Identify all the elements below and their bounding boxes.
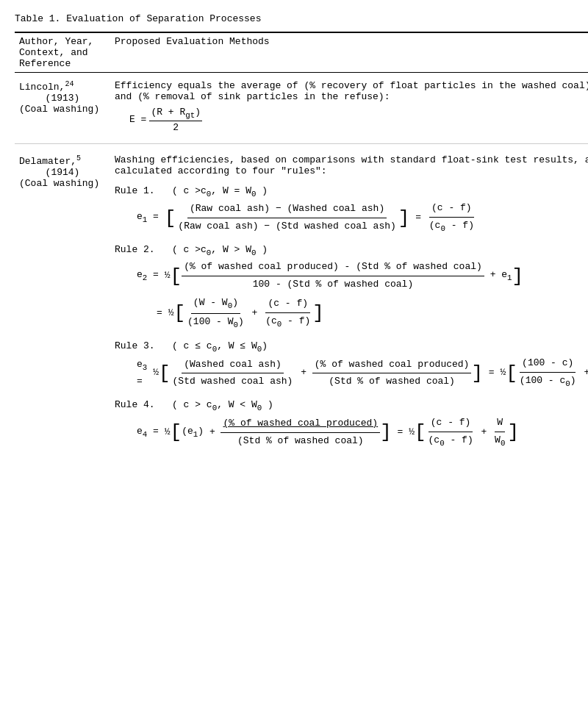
rule-2-section: Rule 2. ( c >c0, W > W0 ) e2 = ½ [ (% of… [115,244,588,332]
eq-label: e2 = [137,268,159,284]
eq-label: E = [129,114,146,125]
table-row: Delamater,5 (1914) (Coal washing) Washin… [15,143,588,459]
denominator: (c0 - f) [427,218,476,235]
rule-3-header: Rule 3. ( c ≤ c0, W ≤ W0) [115,340,588,354]
eq-equals: = [157,306,162,321]
denominator: 100 - (Std % of washed coal) [251,276,415,293]
numerator: (Washed coal ash) [182,357,284,374]
rule-1-eq: e1 = [ (Raw coal ash) − (Washed coal ash… [137,201,588,235]
rule-4-section: Rule 4. ( c > c0, W < W0 ) e4 = ½ [ (e1)… [115,399,588,449]
left-bracket: [ [506,364,517,383]
rule-2-eq-line2: = ½ [ (W - W0) (100 - W0) + (c - f) (c0 … [157,296,588,332]
half-coeff: ½ [165,425,171,440]
right-bracket: ] [512,267,524,286]
rule-4-header: Rule 4. ( c > c0, W < W0 ) [115,399,588,412]
formula-line: E = (R + Rgt) 2 [129,107,588,133]
numerator: (% of washed coal produced) [312,357,472,374]
denominator: (c0 - f) [263,313,312,331]
left-bracket: [ [159,364,171,383]
left-bracket: [ [415,423,426,442]
rule-3-section: Rule 3. ( c ≤ c0, W ≤ W0) e3 = ½ [ (Wash… [115,340,588,390]
half-coeff: ½ [500,365,506,381]
denominator: (c0 - f) [426,432,476,450]
frac-rule1-right: (c - f) (c0 - f) [427,201,476,235]
header-methods: Proposed Evaluation Methods [110,32,588,73]
half-coeff: ½ [168,306,174,321]
frac-rule1: (Raw coal ash) − (Washed coal ash) (Raw … [176,201,398,235]
author-cell-delamater: Delamater,5 (1914) (Coal washing) [15,143,110,459]
denominator: (100 - W0) [185,314,246,332]
author-year: (1913) [19,93,106,104]
numerator: (% of washed coal produced) - (Std % of … [182,260,484,276]
author-name: Lincoln,24 [19,80,106,93]
denominator: (Raw coal ash) − (Std washed coal ash) [176,218,398,235]
eq-label: e3 = [137,357,147,390]
methods-description: Washing efficiencies, based on compariso… [115,154,588,176]
frac-rule4-right1: (c - f) (c0 - f) [426,415,476,450]
numerator: (Raw coal ash) − (Washed coal ash) [187,201,387,218]
methods-cell-lincoln: Efficiency equals the average of (% reco… [110,73,588,144]
left-bracket: [ [165,209,176,228]
frac-rule2-line1: (% of washed coal produced) - (Std % of … [182,260,484,293]
half-coeff: ½ [165,268,171,284]
half-coeff: ½ [153,365,159,381]
table-row: Lincoln,24 (1913) (Coal washing) Efficie… [15,73,588,144]
eq-label: e4 = [137,424,159,441]
author-year: (1914) [19,167,106,178]
numerator: (R + Rgt) [149,107,202,121]
e1-term: (e1) [182,424,204,441]
frac-rule4-pct: (% of washed coal produced) (Std % of wa… [220,416,380,449]
right-bracket: ] [507,423,519,442]
rule-1-header: Rule 1. ( c >c0, W = W0 ) [115,185,588,198]
left-bracket: [ [171,267,182,286]
denominator: 2 [171,121,180,133]
rule-4-eq: e4 = ½ [ (e1) + (% of washed coal produc… [137,415,588,450]
frac-rule2-ww0: (W - W0) (100 - W0) [185,296,246,332]
frac-rule3-right1: (100 - c) (100 - c0) [517,356,578,390]
rule-2-header: Rule 2. ( c >c0, W > W0 ) [115,244,588,257]
main-table: Author, Year,Context, andReference Propo… [15,32,588,459]
rule-1-section: Rule 1. ( c >c0, W = W0 ) e1 = [ (Raw co… [115,185,588,235]
header-author: Author, Year,Context, andReference [15,32,110,73]
denominator: (Std % of washed coal) [235,433,366,449]
numerator: (c - f) [265,296,310,313]
frac-rule3-pct: (% of washed coal produced) (Std % of wa… [312,357,472,390]
denominator: (Std washed coal ash) [171,373,295,390]
table-title: Table 1. Evaluation of Separation Proces… [15,13,573,24]
numerator: W [495,415,505,432]
left-bracket: [ [173,304,185,323]
methods-cell-delamater: Washing efficiencies, based on compariso… [110,143,588,459]
frac-rule4-right2: W W0 [492,415,507,450]
formula-block: E = (R + Rgt) 2 [115,107,588,133]
numerator: (% of washed coal produced) [220,416,380,433]
right-bracket: ] [380,423,392,442]
right-bracket: ] [312,304,324,323]
author-context: (Coal washing) [19,104,106,115]
numerator: (c - f) [429,415,473,432]
fraction-E: (R + Rgt) 2 [149,107,202,133]
denominator: (Std % of washed coal) [326,373,457,390]
superscript: 5 [76,154,81,162]
frac-rule3-ash: (Washed coal ash) (Std washed coal ash) [171,357,295,390]
author-cell-lincoln: Lincoln,24 (1913) (Coal washing) [15,73,110,144]
rule-2-eq-line1: e2 = ½ [ (% of washed coal produced) - (… [137,260,588,293]
right-bracket: ] [398,209,410,228]
numerator: (c - f) [429,201,474,218]
author-context: (Coal washing) [19,178,106,189]
denominator: (100 - c0) [517,373,578,390]
superscript: 24 [65,80,74,88]
numerator: (100 - c) [520,356,576,373]
left-bracket: [ [171,423,182,442]
right-bracket: ] [471,364,483,383]
numerator: (W - W0) [191,296,240,314]
denominator: W0 [492,432,507,450]
methods-description: Efficiency equals the average of (% reco… [115,80,588,102]
author-name: Delamater,5 [19,154,106,167]
half-coeff: ½ [409,425,415,440]
frac-rule2-cf: (c - f) (c0 - f) [263,296,312,331]
rule-3-eq: e3 = ½ [ (Washed coal ash) (Std washed c… [137,356,588,390]
plus-e1: + e1 [484,268,512,284]
eq-label: e1 = [137,210,159,226]
